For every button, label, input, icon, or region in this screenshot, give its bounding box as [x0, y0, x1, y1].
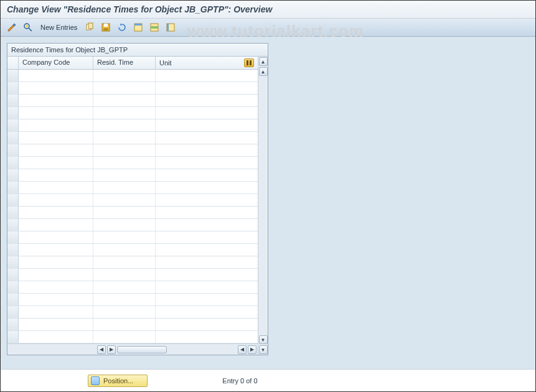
copy-as-icon[interactable] [83, 21, 96, 34]
row-selector[interactable] [7, 82, 19, 94]
table-row [7, 144, 258, 157]
table-row [7, 157, 258, 169]
entry-status: Entry 0 of 0 [222, 377, 257, 385]
svg-line-1 [29, 28, 32, 31]
table-row [7, 331, 258, 343]
save-icon[interactable] [100, 21, 112, 34]
row-selector[interactable] [7, 319, 19, 330]
table-row [7, 244, 258, 256]
scroll-down-icon[interactable]: ▼ [259, 345, 268, 354]
column-header-unit[interactable]: Unit [159, 59, 172, 67]
cell-company-code[interactable] [19, 70, 93, 82]
row-selector[interactable] [7, 194, 19, 206]
scroll-up-icon[interactable]: ▲ [259, 57, 268, 66]
scroll-left-end-icon[interactable]: ◀ [238, 345, 247, 354]
table-row [7, 107, 258, 119]
svg-rect-6 [104, 24, 108, 27]
table-row [7, 294, 258, 306]
table-row [7, 281, 258, 294]
row-selector[interactable] [7, 132, 19, 144]
grid-body [7, 70, 258, 343]
row-selector[interactable] [7, 107, 19, 119]
svg-rect-9 [134, 24, 142, 26]
scroll-right-step-icon[interactable]: ▶ [107, 345, 116, 354]
table-row [7, 119, 258, 132]
table-row [7, 256, 258, 269]
table-row [7, 169, 258, 182]
table-row [7, 194, 258, 207]
content-region: Residence Times for Object JB_GPTP Compa… [1, 37, 535, 373]
svg-rect-7 [103, 28, 108, 30]
row-selector[interactable] [7, 231, 19, 243]
table-panel: Residence Times for Object JB_GPTP Compa… [7, 43, 268, 355]
row-selector[interactable] [7, 207, 19, 218]
table-row [7, 70, 258, 82]
row-selector[interactable] [7, 144, 19, 156]
toggle-display-change-icon[interactable] [6, 21, 18, 34]
table-row [7, 231, 258, 244]
row-selector[interactable] [7, 182, 19, 194]
cell-unit[interactable] [156, 70, 258, 82]
position-button[interactable]: Position... [88, 375, 148, 387]
row-selector[interactable] [7, 294, 19, 306]
table-settings-icon[interactable] [244, 58, 254, 67]
row-selector[interactable] [7, 331, 19, 343]
row-selector[interactable] [7, 269, 19, 281]
scroll-right-icon[interactable]: ▶ [248, 345, 256, 354]
position-icon [91, 376, 100, 385]
footer-bar: Position... Entry 0 of 0 [1, 369, 535, 391]
row-selector[interactable] [7, 169, 19, 181]
scroll-left-icon[interactable]: ◀ [97, 345, 106, 354]
page-title: Change View "Residence Times for Object … [7, 4, 529, 14]
deselect-all-icon[interactable] [164, 21, 177, 34]
row-selector[interactable] [7, 281, 19, 293]
other-view-icon[interactable] [22, 21, 34, 34]
table-row [7, 306, 258, 319]
hscroll-thumb[interactable] [117, 346, 167, 353]
grid-header: Company Code Resid. Time Unit [7, 57, 258, 70]
table-row [7, 182, 258, 194]
svg-rect-13 [167, 24, 169, 31]
row-selector[interactable] [7, 157, 19, 169]
row-selector[interactable] [7, 256, 19, 268]
svg-rect-11 [151, 26, 158, 29]
row-selector[interactable] [7, 119, 19, 131]
table-row [7, 319, 258, 331]
table-row [7, 269, 258, 281]
new-entries-button[interactable]: New Entries [38, 22, 80, 32]
scroll-down-step-icon[interactable]: ▼ [259, 335, 268, 344]
scroll-up-step-icon[interactable]: ▲ [259, 67, 268, 76]
title-bar: Change View "Residence Times for Object … [1, 1, 535, 19]
row-selector[interactable] [7, 95, 19, 106]
select-block-icon[interactable] [148, 21, 161, 34]
row-selector[interactable] [7, 244, 19, 256]
table-row [7, 95, 258, 107]
column-header-company-code[interactable]: Company Code [19, 57, 93, 69]
select-all-icon[interactable] [132, 21, 144, 34]
cell-resid-time[interactable] [93, 70, 156, 82]
position-label: Position... [103, 377, 133, 385]
undo-change-icon[interactable] [116, 21, 128, 34]
column-header-resid-time[interactable]: Resid. Time [93, 57, 156, 69]
row-selector[interactable] [7, 219, 19, 231]
row-selector[interactable] [7, 306, 19, 318]
table-row [7, 207, 258, 219]
svg-point-2 [26, 25, 28, 27]
table-row [7, 219, 258, 231]
application-toolbar: New Entries [1, 19, 535, 37]
panel-title: Residence Times for Object JB_GPTP [7, 44, 268, 57]
horizontal-scrollbar: ◀ ▶ ◀ ▶ [7, 343, 258, 355]
table-row [7, 82, 258, 95]
vertical-scrollbar: ▲ ▲ ▼ ▼ [258, 57, 268, 355]
svg-rect-4 [88, 23, 93, 29]
table-row [7, 132, 258, 144]
row-selector[interactable] [7, 70, 19, 82]
